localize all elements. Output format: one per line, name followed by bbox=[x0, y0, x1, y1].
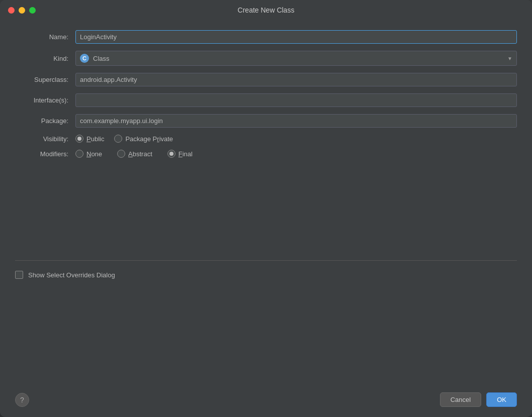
package-row: Package: bbox=[15, 114, 517, 128]
show-overrides-label: Show Select Overrides Dialog bbox=[28, 271, 115, 279]
divider bbox=[15, 260, 517, 261]
modifier-final-option[interactable]: Final bbox=[167, 150, 193, 158]
package-label: Package: bbox=[15, 117, 75, 125]
help-button[interactable]: ? bbox=[15, 393, 29, 407]
dialog-footer: ? Cancel OK bbox=[0, 384, 532, 417]
cancel-button[interactable]: Cancel bbox=[440, 392, 481, 407]
radio-inner-public bbox=[77, 137, 81, 141]
modifier-final-radio[interactable] bbox=[167, 150, 175, 158]
action-buttons: Cancel OK bbox=[440, 392, 517, 407]
ok-button[interactable]: OK bbox=[486, 392, 517, 407]
modifier-abstract-option[interactable]: Abstract bbox=[117, 150, 152, 158]
kind-label: Kind: bbox=[15, 55, 75, 62]
dropdown-arrow-icon: ▼ bbox=[507, 56, 512, 61]
visibility-label: Visibility: bbox=[15, 135, 75, 143]
class-icon: C bbox=[80, 54, 89, 63]
kind-value: Class bbox=[93, 55, 110, 62]
modifier-final-label: Final bbox=[179, 150, 193, 158]
dialog-body: Name: Kind: C Class ▼ Superclass: Interf… bbox=[0, 20, 532, 384]
superclass-row: Superclass: bbox=[15, 73, 517, 86]
interfaces-label: Interface(s): bbox=[15, 96, 75, 104]
package-input[interactable] bbox=[75, 114, 517, 128]
dialog-title: Create New Class bbox=[238, 6, 295, 14]
visibility-package-private-option[interactable]: Package Private bbox=[114, 135, 173, 143]
modifier-abstract-radio[interactable] bbox=[117, 150, 125, 158]
modifier-none-label: None bbox=[86, 150, 102, 158]
name-input[interactable] bbox=[75, 30, 517, 44]
kind-dropdown[interactable]: C Class ▼ bbox=[75, 51, 517, 66]
radio-inner-final bbox=[169, 152, 173, 156]
visibility-package-private-radio[interactable] bbox=[114, 135, 122, 143]
create-new-class-dialog: Create New Class Name: Kind: C Class ▼ S… bbox=[0, 0, 532, 417]
modifiers-label: Modifiers: bbox=[15, 150, 75, 158]
modifier-none-option[interactable]: None bbox=[75, 150, 102, 158]
interfaces-row: Interface(s): bbox=[15, 93, 517, 107]
name-row: Name: bbox=[15, 30, 517, 44]
visibility-public-radio[interactable] bbox=[75, 135, 83, 143]
show-overrides-checkbox[interactable] bbox=[15, 271, 23, 279]
visibility-radio-group: Public Package Private bbox=[75, 135, 173, 143]
close-button[interactable] bbox=[8, 7, 15, 14]
superclass-input[interactable] bbox=[75, 73, 517, 86]
window-controls bbox=[8, 7, 36, 14]
visibility-public-label: Public bbox=[86, 135, 104, 143]
checkbox-row: Show Select Overrides Dialog bbox=[15, 271, 517, 279]
visibility-row: Visibility: Public Package Private bbox=[15, 135, 517, 143]
modifier-none-radio[interactable] bbox=[75, 150, 83, 158]
visibility-package-private-label: Package Private bbox=[125, 135, 173, 143]
superclass-label: Superclass: bbox=[15, 76, 75, 83]
maximize-button[interactable] bbox=[29, 7, 36, 14]
modifiers-radio-group: None Abstract Final bbox=[75, 150, 193, 158]
name-label: Name: bbox=[15, 33, 75, 41]
modifiers-row: Modifiers: None Abstract Final bbox=[15, 150, 517, 158]
minimize-button[interactable] bbox=[19, 7, 25, 14]
kind-row: Kind: C Class ▼ bbox=[15, 51, 517, 66]
kind-left: C Class bbox=[80, 54, 110, 63]
interfaces-input[interactable] bbox=[75, 93, 517, 107]
visibility-public-option[interactable]: Public bbox=[75, 135, 104, 143]
modifier-abstract-label: Abstract bbox=[128, 150, 152, 158]
title-bar: Create New Class bbox=[0, 0, 532, 20]
